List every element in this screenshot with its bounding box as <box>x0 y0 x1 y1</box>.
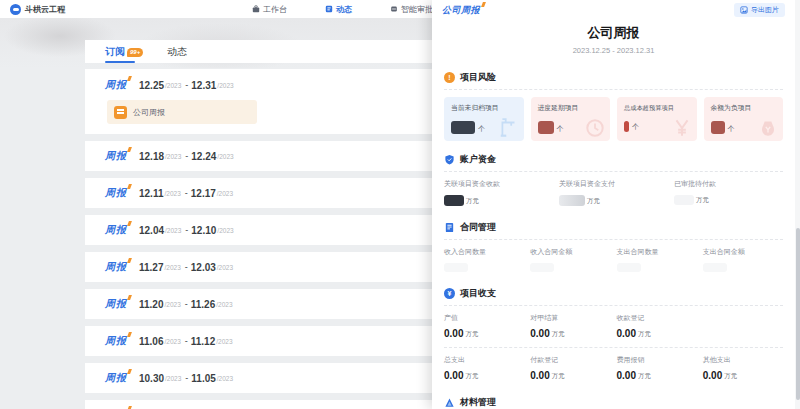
section-project-risk: ! 项目风险 当前未归档项目 个 进度延期项目 个 <box>432 67 795 141</box>
stat-total-expense: 总支出 0.00万元 <box>444 355 524 381</box>
section-title: 材料管理 <box>460 396 496 409</box>
report-date-range: 2023.12.25 - 2023.12.31 <box>432 46 795 55</box>
materials-icon <box>444 397 455 408</box>
crane-icon <box>498 117 520 139</box>
unit-suffix: 万元 <box>587 197 600 206</box>
drawer-scrollbar[interactable] <box>795 0 800 409</box>
drawer-logo: 公司周报 <box>442 4 480 17</box>
risk-card-label: 进度延期项目 <box>538 103 604 113</box>
nav-item-label: 智能审批 <box>401 4 433 15</box>
company-report-link[interactable]: 公司周报 <box>107 100 257 124</box>
unit-suffix: 万元 <box>466 197 479 206</box>
date-dash: - <box>185 188 188 198</box>
page: { "palette": { "primary": "#3272e0", "or… <box>0 0 800 409</box>
top-nav: 工作台 动态 智能审批 限免 <box>252 0 454 18</box>
date-start-year: /2023 <box>164 264 180 271</box>
risk-card-label: 余额为负项目 <box>711 103 777 113</box>
date-dash: - <box>185 336 188 346</box>
stat-label: 对甲结算 <box>530 313 610 323</box>
date-end-year: /2023 <box>217 153 233 160</box>
stat-value: 0.00 <box>617 371 636 381</box>
stat-expense-contract-count: 支出合同数量 <box>617 247 697 272</box>
logo-tick-icon <box>127 221 132 226</box>
date-dash: - <box>185 262 188 272</box>
date-start: 11.06 <box>139 336 163 347</box>
risk-card-delayed: 进度延期项目 个 <box>531 97 611 141</box>
logo-tick-icon <box>127 295 132 300</box>
report-row[interactable]: 周报 11.20/2023 - 11.26/2023 <box>85 289 432 319</box>
date-dash: - <box>185 373 188 383</box>
tab-subscriptions[interactable]: 订阅 99+ <box>105 45 143 63</box>
risk-card-unarchived: 当前未归档项目 个 <box>444 97 524 141</box>
logo-tick-icon <box>127 184 132 189</box>
tab-moments[interactable]: 动态 <box>167 45 187 63</box>
unit-suffix: 个 <box>728 124 735 134</box>
feed-tabs: 订阅 99+ 动态 <box>85 40 432 63</box>
stat-payment-register: 付款登记 0.00万元 <box>530 355 610 381</box>
section-contracts: 合同管理 收入合同数量 收入合同金额 支出合同数量 <box>432 217 795 281</box>
report-row[interactable]: 周报 12.25/2023 - 12.31/2023 公司周报 <box>85 69 432 134</box>
brand[interactable]: 斗栱云工程 <box>10 4 65 15</box>
unit-suffix: 个 <box>478 124 485 134</box>
nav-item-label: 工作台 <box>263 4 287 15</box>
date-end: 12.03 <box>191 262 216 273</box>
stat-label: 其他支出 <box>703 355 783 365</box>
report-row[interactable]: 周报 12.11/2023 - 12.17/2023 <box>85 178 432 208</box>
report-row[interactable]: 周报 11.06/2023 - 11.12/2023 <box>85 326 432 356</box>
unit-suffix: 万元 <box>465 372 478 381</box>
redacted-value <box>559 195 585 206</box>
report-row[interactable]: 周报 12.18/2023 - 12.24/2023 <box>85 141 432 171</box>
stat-expense-reimbursement: 费用报销 0.00万元 <box>617 355 697 381</box>
nav-item-moments[interactable]: 动态 <box>325 4 352 15</box>
redacted-value <box>444 263 468 272</box>
section-title: 项目收支 <box>460 287 496 300</box>
date-end-year: /2023 <box>217 82 233 89</box>
robot-icon <box>390 5 398 13</box>
stat-party-a-settlement: 对甲结算 0.00万元 <box>530 313 610 339</box>
nav-item-workbench[interactable]: 工作台 <box>252 4 287 15</box>
logo-tick-icon <box>127 147 132 152</box>
date-start-year: /2023 <box>165 375 181 382</box>
stat-income-contract-count: 收入合同数量 <box>444 247 524 272</box>
stat-label: 付款登记 <box>530 355 610 365</box>
report-row[interactable]: 周报 11.27/2023 - 12.03/2023 <box>85 252 432 282</box>
date-end-year: /2023 <box>217 190 233 197</box>
redacted-value <box>617 263 641 272</box>
redacted-value <box>538 121 554 134</box>
date-start: 11.20 <box>139 299 163 310</box>
stat-other-expense: 其他支出 0.00万元 <box>703 355 783 381</box>
stat-label: 关联项目资金支付 <box>559 179 668 189</box>
report-row[interactable]: 周报 12.04/2023 - 12.10/2023 <box>85 215 432 245</box>
stat-label: 收入合同数量 <box>444 247 524 257</box>
date-start: 12.11 <box>139 188 163 199</box>
scrollbar-thumb[interactable] <box>796 228 800 400</box>
stat-expense-contract-amount: 支出合同金额 <box>703 247 783 272</box>
unit-suffix: 万元 <box>552 372 565 381</box>
logo-tick-icon <box>481 2 486 7</box>
logo-tick-icon <box>127 369 132 374</box>
feed-column: 订阅 99+ 动态 周报 12.25/2023 - 12.31/2023 公司周… <box>85 40 432 409</box>
export-image-button[interactable]: 导出图片 <box>734 3 785 17</box>
date-end: 12.17 <box>191 188 216 199</box>
tab-label: 动态 <box>167 45 187 59</box>
date-end: 12.10 <box>191 225 216 236</box>
stat-label: 收入合同金额 <box>530 247 610 257</box>
activity-icon <box>325 5 333 13</box>
clock-icon <box>584 117 606 139</box>
date-end-year: /2023 <box>217 375 233 382</box>
report-row[interactable]: 周报 10.23/2023 - 10.29/2023 <box>85 400 432 409</box>
stat-value: 0.00 <box>444 329 463 339</box>
stat-income-contract-amount: 收入合同金额 <box>530 247 610 272</box>
risk-card-negative-balance: 余额为负项目 个 <box>704 97 784 141</box>
section-materials: 材料管理 采购订单数量 0个 采购订单金额 0.00万元 入库单金额 0.00万… <box>432 392 795 409</box>
weekly-report-logo: 周报 <box>105 78 127 92</box>
section-title: 账户资金 <box>460 153 496 166</box>
unit-suffix: 个 <box>557 124 564 134</box>
export-icon <box>740 6 748 14</box>
date-dash: - <box>185 225 188 235</box>
stat-label: 关联项目资金收款 <box>444 179 553 189</box>
date-start-year: /2023 <box>165 82 181 89</box>
report-row[interactable]: 周报 10.30/2023 - 11.05/2023 <box>85 363 432 393</box>
section-title: 项目风险 <box>460 71 496 84</box>
date-end-year: /2023 <box>217 264 233 271</box>
